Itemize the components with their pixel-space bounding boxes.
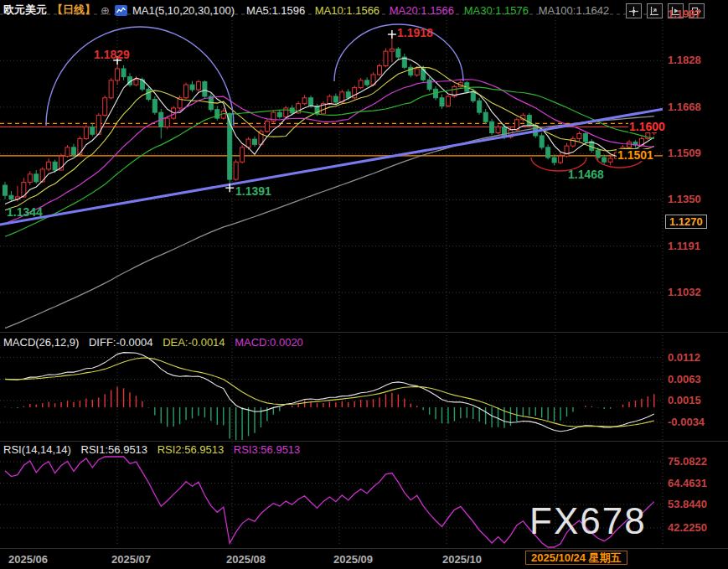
x-axis-label-3: 2025/09 — [333, 554, 373, 565]
rsi-value-1: RSI2:56.9513 — [154, 443, 224, 456]
ma-value-3: MA30:1.1576 — [461, 4, 529, 17]
annotation-4: 1.1468 — [568, 168, 604, 180]
macd-axis-label-2: 0.0015 — [668, 395, 701, 406]
price-line-label-2: 1.1501 — [617, 149, 654, 161]
x-axis-label-2: 2025/08 — [226, 554, 266, 565]
rsi-axis-label-0: 75.0822 — [668, 456, 707, 467]
rsi-title: RSI(14,14,14) — [3, 443, 71, 456]
annotation-0: 1.1829 — [94, 49, 130, 60]
macd-title: MACD(26,12,9) — [3, 336, 79, 349]
x-axis-label-0: 2025/06 — [8, 554, 48, 565]
chart-window: 欧元美元 【日线】 ⊕ MA1(5,10,20,30,100) MA5:1.15… — [0, 0, 728, 569]
annotation-3: 1.1391 — [235, 185, 271, 197]
x-axis-label-4: 2025/10 — [442, 554, 482, 565]
macd-axis-label-3: -0.0034 — [668, 416, 705, 427]
line-chart-icon[interactable] — [115, 5, 127, 16]
ma-value-1: MA10:1.1566 — [312, 4, 379, 17]
price-line-label-1: 1.1600 — [628, 121, 666, 132]
rsi-value-0: RSI1:56.9513 — [81, 443, 148, 456]
x-axis-highlight-date: 2025/10/24 星期五 — [525, 551, 627, 565]
macd-value-1: DEA:-0.0014 — [160, 336, 225, 349]
price-axis-label-6: 1.1032 — [668, 287, 701, 297]
price-axis-label-0: 1.1987 — [668, 8, 701, 19]
ma-value-4: MA100:1.1642 — [535, 4, 609, 17]
rsi-axis-label-1: 64.4631 — [668, 478, 707, 489]
price-marker-label: 1.1270 — [665, 215, 707, 229]
price-axis-label-5: 1.1191 — [668, 241, 700, 251]
price-axis-label-3: 1.1509 — [668, 147, 701, 158]
symbol-title: 欧元美元 — [3, 3, 47, 18]
ma-value-0: MA5:1.1596 — [246, 4, 305, 17]
macd-axis-label-1: 0.0063 — [668, 374, 701, 385]
rsi-axis-label-2: 53.8440 — [668, 499, 707, 510]
pan-icon[interactable] — [626, 3, 642, 18]
macd-header: MACD(26,12,9) DIFF:-0.0004 DEA:-0.0014 M… — [3, 337, 303, 348]
price-axis-label-2: 1.1668 — [668, 101, 701, 112]
ma-group-label: MA1(5,10,20,30,100) — [132, 4, 235, 17]
ma-values: MA5:1.1596 MA10:1.1566 MA20:1.1566 MA30:… — [240, 4, 609, 17]
macd-value-0: DIFF:-0.0004 — [89, 336, 153, 349]
indicator-header: 欧元美元 【日线】 ⊕ MA1(5,10,20,30,100) MA5:1.15… — [0, 0, 728, 20]
period-label[interactable]: 【日线】 — [52, 3, 96, 18]
annotation-1: 1.1918 — [397, 27, 433, 39]
macd-axis-label-0: 0.0112 — [668, 352, 700, 363]
rsi-header: RSI(14,14,14) RSI1:56.9513 RSI2:56.9513 … — [3, 444, 300, 455]
x-axis-label-1: 2025/07 — [111, 554, 151, 565]
price-axis-label-4: 1.1350 — [668, 194, 701, 204]
macd-value-2: MACD:0.0020 — [232, 336, 303, 349]
rsi-value-2: RSI3:56.9513 — [230, 443, 300, 456]
annotation-2: 1.1344 — [7, 206, 43, 218]
watermark: FX678 — [529, 500, 647, 542]
ma-value-2: MA20:1.1566 — [386, 4, 454, 17]
rsi-axis-label-3: 42.2250 — [668, 522, 707, 533]
circle-plus-icon[interactable]: ⊕ — [101, 4, 110, 17]
price-axis-label-1: 1.1828 — [668, 54, 701, 65]
axis-zoom-icon[interactable] — [647, 3, 663, 18]
chart-canvas[interactable] — [0, 0, 728, 569]
